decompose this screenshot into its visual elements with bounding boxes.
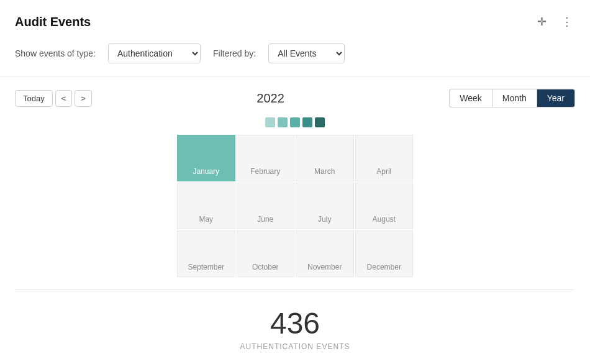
more-options-button[interactable]: ⋮: [559, 12, 575, 31]
month-december[interactable]: December: [355, 230, 414, 277]
stats-label: AUTHENTICATION EVENTS: [15, 342, 575, 351]
month-may-label: May: [199, 215, 213, 224]
month-january[interactable]: January: [177, 135, 235, 181]
month-july[interactable]: July: [296, 183, 354, 229]
month-august[interactable]: August: [355, 183, 414, 229]
stats-count: 436: [15, 309, 575, 339]
calendar-grid: January February March April May June Ju…: [177, 135, 413, 277]
week-view-button[interactable]: Week: [449, 89, 492, 107]
more-icon: ⋮: [561, 15, 573, 29]
view-buttons: Week Month Year: [449, 89, 575, 107]
month-august-label: August: [373, 215, 396, 224]
event-type-select[interactable]: Authentication Login Logout All Events: [108, 43, 201, 63]
stats-section: 436 AUTHENTICATION EVENTS: [15, 289, 575, 363]
legend-box-5: [315, 117, 325, 127]
month-may[interactable]: May: [177, 183, 235, 229]
month-view-button[interactable]: Month: [492, 89, 537, 107]
filters-row: Show events of type: Authentication Logi…: [15, 43, 575, 63]
year-view-button[interactable]: Year: [537, 89, 575, 107]
month-december-label: December: [367, 263, 401, 271]
month-september[interactable]: September: [177, 230, 235, 277]
legend-box-3: [290, 117, 300, 127]
header-row: Audit Events ✛ ⋮: [15, 12, 575, 31]
month-november[interactable]: November: [296, 230, 354, 277]
month-february[interactable]: February: [237, 135, 295, 181]
year-title: 2022: [256, 91, 284, 106]
month-february-label: February: [250, 167, 280, 176]
month-june[interactable]: June: [237, 183, 295, 229]
show-events-label: Show events of type:: [15, 48, 96, 58]
move-icon: ✛: [537, 15, 547, 29]
filtered-by-label: Filtered by:: [213, 48, 256, 58]
filter-select[interactable]: All Events Success Failure: [268, 43, 345, 63]
legend-box-2: [278, 117, 288, 127]
page-title: Audit Events: [15, 15, 91, 29]
month-july-label: July: [318, 215, 331, 224]
next-button[interactable]: >: [75, 90, 92, 107]
month-march[interactable]: March: [296, 135, 354, 181]
legend-box-4: [302, 117, 312, 127]
month-march-label: March: [314, 167, 335, 176]
legend-row: [15, 117, 575, 127]
move-icon-button[interactable]: ✛: [535, 12, 549, 31]
legend-box-1: [265, 117, 275, 127]
calendar-section: Today < > 2022 Week Month Year Janu: [15, 76, 575, 277]
page-container: Audit Events ✛ ⋮ Show events of type: Au…: [0, 0, 590, 364]
calendar-nav-row: Today < > 2022 Week Month Year: [15, 89, 575, 107]
month-september-label: September: [188, 263, 224, 271]
month-october[interactable]: October: [237, 230, 295, 277]
month-april[interactable]: April: [355, 135, 414, 181]
month-november-label: November: [307, 263, 342, 271]
month-june-label: June: [257, 215, 273, 224]
nav-left: Today < >: [15, 90, 92, 107]
month-january-label: January: [193, 167, 219, 176]
month-october-label: October: [252, 263, 279, 271]
header-icons: ✛ ⋮: [535, 12, 575, 31]
today-button[interactable]: Today: [15, 90, 53, 107]
prev-button[interactable]: <: [55, 90, 73, 107]
month-april-label: April: [376, 167, 391, 176]
